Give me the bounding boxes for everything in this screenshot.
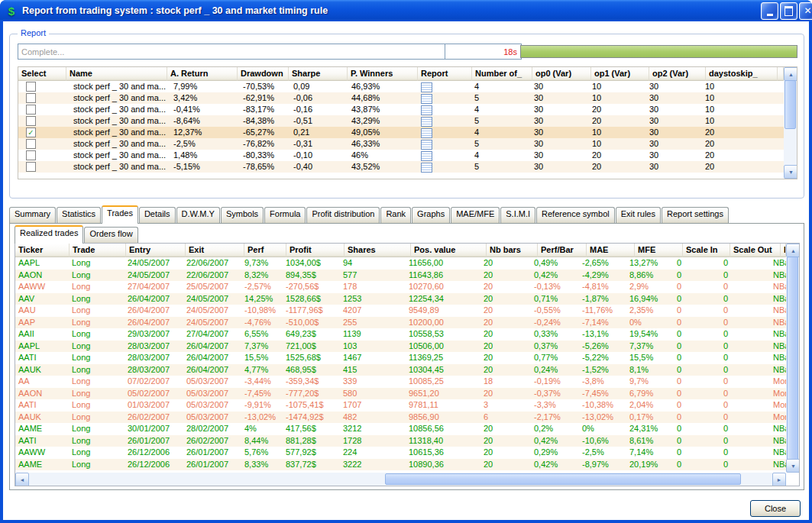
trades-vertical-scrollbar[interactable]: ▲ ▼ [786, 244, 799, 473]
table-row[interactable]: AAUKLong26/02/200705/03/2007-13,02%-1474… [15, 412, 786, 424]
tab-summary[interactable]: Summary [9, 207, 56, 223]
tab-graphs[interactable]: Graphs [412, 207, 450, 223]
table-row[interactable]: AAONLong05/02/200705/03/2007-7,45%-777,2… [15, 388, 786, 400]
row-checkbox[interactable]: ✓ [26, 128, 36, 137]
tab-d-w-m-y[interactable]: D.W.M.Y [176, 207, 220, 223]
report-icon[interactable] [421, 105, 432, 115]
column-header[interactable]: Nb bars [487, 244, 538, 257]
tab-rank[interactable]: Rank [380, 207, 411, 223]
column-header[interactable]: Scale Out [730, 244, 781, 257]
table-row[interactable]: AAULong26/04/200724/05/2007-10,98%-1177,… [15, 305, 786, 317]
trades-horizontal-scrollbar[interactable]: ◄ ► [15, 473, 786, 486]
table-row[interactable]: AAPLong26/04/200724/05/2007-4,76%-510,00… [15, 317, 786, 329]
column-header[interactable]: A. Return [167, 67, 238, 81]
tab-formula[interactable]: Formula [264, 207, 306, 223]
close-window-button[interactable]: ✕ [799, 2, 812, 20]
table-row[interactable]: AATILong01/03/200705/03/2007-9,91%-1075,… [15, 399, 786, 412]
column-header[interactable]: Entry [126, 244, 186, 257]
table-row[interactable]: AAMELong26/12/200626/01/20078,33%837,72$… [15, 459, 786, 471]
tab-trades[interactable]: Trades [102, 205, 138, 224]
column-header[interactable]: Sharpe [289, 67, 348, 81]
table-row[interactable]: stock perf _ 30 and ma...-2,5%-76,82%-0,… [18, 138, 784, 150]
row-checkbox[interactable] [26, 93, 36, 103]
scrollbar-thumb[interactable] [785, 80, 796, 129]
column-header[interactable]: Profit [286, 244, 345, 257]
column-header[interactable]: Exit [186, 244, 244, 257]
report-icon[interactable] [421, 82, 432, 92]
table-row[interactable]: AAMELong30/01/200728/02/20074%417,56$321… [15, 423, 786, 435]
table-row[interactable]: AAVLong26/04/200724/05/200714,25%1528,66… [15, 293, 786, 305]
tab-statistics[interactable]: Statistics [57, 207, 101, 223]
scrollbar-thumb[interactable] [385, 473, 741, 485]
column-header[interactable]: Report [418, 67, 472, 81]
column-header[interactable]: daystoskip_ [706, 67, 778, 81]
table-row[interactable]: stock perf _ 30 and ma...-0,41%-83,17%-0… [18, 104, 784, 115]
scroll-up-icon[interactable]: ▲ [784, 67, 797, 81]
results-vertical-scrollbar[interactable]: ▲ ▼ [784, 67, 797, 179]
column-header[interactable]: Name [66, 67, 167, 81]
report-icon[interactable] [421, 128, 432, 138]
tab-details[interactable]: Details [139, 207, 176, 223]
table-row[interactable]: AAPLLong28/03/200726/04/20077,37%721,00$… [15, 341, 786, 353]
subtab-orders-flow[interactable]: Orders flow [84, 227, 137, 243]
tab-profit-distribution[interactable]: Profit distribution [306, 207, 380, 223]
report-icon[interactable] [421, 94, 432, 104]
column-header[interactable]: Drawdown [238, 67, 289, 81]
column-header[interactable]: Scale In [683, 244, 730, 257]
status-field[interactable]: Complete... [18, 44, 447, 60]
tab-report-settings[interactable]: Report settings [662, 207, 729, 223]
column-header[interactable]: MFE [635, 244, 683, 257]
scroll-down-icon[interactable]: ▼ [784, 165, 797, 179]
table-row[interactable]: AAPLLong24/05/200722/06/20079,73%1034,00… [15, 257, 786, 270]
row-checkbox[interactable] [26, 82, 36, 92]
column-header[interactable]: Perf [244, 244, 286, 257]
tab-exit-rules[interactable]: Exit rules [616, 207, 661, 223]
scroll-left-icon[interactable]: ◄ [15, 473, 29, 486]
table-row[interactable]: AAWWLong26/12/200626/01/20075,76%577,92$… [15, 447, 786, 459]
column-header[interactable]: op0 (Var) [532, 67, 591, 81]
scroll-right-icon[interactable]: ► [772, 473, 786, 486]
column-header[interactable]: Number of_ [472, 67, 532, 81]
column-header[interactable]: MAE [587, 244, 635, 257]
column-header[interactable]: op2 (Var) [649, 67, 706, 81]
table-row[interactable]: stock perf _ 30 and ma...-8,64%-84,38%-0… [18, 115, 784, 127]
tab-symbols[interactable]: Symbols [221, 207, 264, 223]
tab-s-i-m-i[interactable]: S.I.M.I [500, 207, 535, 223]
table-row[interactable]: AAIILong29/03/200727/04/20076,55%649,23$… [15, 328, 786, 341]
column-header[interactable]: Select [18, 67, 66, 81]
scrollbar-thumb[interactable] [787, 257, 798, 460]
tab-mae-mfe[interactable]: MAE/MFE [451, 207, 500, 223]
column-header[interactable]: Shares [345, 244, 411, 257]
row-checkbox[interactable] [26, 139, 36, 149]
table-row[interactable]: stock perf _ 30 and ma...7,99%-70,53%0,0… [18, 81, 784, 92]
table-row[interactable]: ✓stock perf _ 30 and ma...12,37%-65,27%0… [18, 127, 784, 138]
column-header[interactable]: Ticker [15, 244, 70, 257]
table-row[interactable]: AAONLong24/05/200722/06/20078,32%894,35$… [15, 270, 786, 282]
column-header[interactable]: Exit type [781, 244, 786, 257]
row-checkbox[interactable] [26, 162, 36, 172]
subtab-realized-trades[interactable]: Realized trades [15, 225, 83, 244]
table-row[interactable]: stock perf _ 30 and ma...-5,15%-78,65%-0… [18, 161, 784, 173]
column-header[interactable]: Trade [70, 244, 126, 257]
table-row[interactable]: stock perf _ 30 and ma...1,48%-80,33%-0,… [18, 150, 784, 161]
row-checkbox[interactable] [26, 105, 36, 115]
table-row[interactable]: stock perf _ 30 and ma...3,42%-62,91%-0,… [18, 92, 784, 104]
column-header[interactable]: Perf/Bar [538, 244, 587, 257]
table-row[interactable]: AATILong26/01/200726/02/20078,44%881,28$… [15, 435, 786, 447]
scroll-down-icon[interactable]: ▼ [786, 459, 800, 473]
report-icon[interactable] [421, 117, 432, 127]
report-icon[interactable] [421, 140, 432, 150]
column-header[interactable]: Pos. value [411, 244, 487, 257]
maximize-button[interactable] [780, 2, 797, 20]
report-icon[interactable] [421, 163, 432, 173]
close-button[interactable]: Close [750, 500, 801, 517]
report-icon[interactable] [421, 151, 432, 161]
row-checkbox[interactable] [26, 150, 36, 160]
column-header[interactable]: op1 (Var) [591, 67, 649, 81]
table-row[interactable]: AAUKLong28/03/200726/04/20074,77%468,95$… [15, 364, 786, 376]
scroll-up-icon[interactable]: ▲ [786, 244, 800, 257]
table-row[interactable]: AALong07/02/200705/03/2007-3,44%-359,34$… [15, 376, 786, 388]
table-row[interactable]: AATILong28/03/200726/04/200715,5%1525,68… [15, 352, 786, 364]
table-row[interactable]: AAWWLong27/04/200725/05/2007-2,57%-270,5… [15, 281, 786, 293]
tab-reference-symbol[interactable]: Reference symbol [536, 207, 615, 223]
